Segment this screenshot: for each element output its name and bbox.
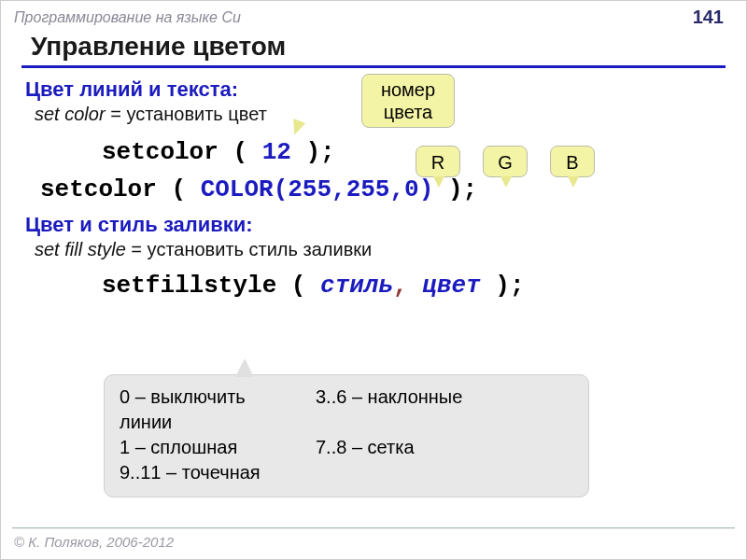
title-underline <box>21 65 726 68</box>
setfillstyle-english: set fill style <box>35 239 126 259</box>
setfillstyle-translation: = установить стиль заливки <box>126 239 372 259</box>
header: Программирование на языке Си 141 <box>1 1 746 28</box>
callout-r: R <box>416 146 460 177</box>
rgb-callouts: R G B <box>416 146 595 177</box>
setcolor-translation: = установить цвет <box>106 104 267 124</box>
style-3-6: 3..6 – наклонные <box>316 385 462 410</box>
color-rgb-arg: COLOR(255,255,0) <box>201 175 434 203</box>
header-title: Программирование на языке Си <box>14 9 241 26</box>
section-fill-label: Цвет и стиль заливки: <box>25 213 724 237</box>
callout-b: B <box>550 146 595 177</box>
page-number: 141 <box>693 7 724 28</box>
callout-g: G <box>483 146 528 177</box>
style-0: 0 – выключить <box>120 385 316 410</box>
style-7-8: 7..8 – сетка <box>316 435 415 460</box>
setcolor-english: set color <box>35 104 106 124</box>
style-arg: стиль <box>320 272 393 300</box>
section-fill-explain: set fill style = установить стиль заливк… <box>35 239 724 260</box>
footer-rule <box>12 527 735 529</box>
code-setcolor-rgb: setcolor ( COLOR(255,255,0) ); <box>40 175 724 203</box>
copyright: © К. Поляков, 2006-2012 <box>14 534 174 550</box>
callout-color-number: номер цвета <box>361 74 455 128</box>
style-3-6-cont: линии <box>120 410 573 435</box>
style-1: 1 – сплошная <box>120 435 316 460</box>
style-9-11: 9..11 – точечная <box>120 460 573 485</box>
code-setfillstyle: setfillstyle ( стиль, цвет ); <box>102 272 724 300</box>
slide: Программирование на языке Си 141 Управле… <box>0 0 747 560</box>
fill-styles-legend: 0 – выключить 3..6 – наклонные линии 1 –… <box>104 374 589 497</box>
color-arg: цвет <box>422 272 480 300</box>
color-index-arg: 12 <box>262 138 291 166</box>
slide-title: Управление цветом <box>31 32 724 62</box>
code-setcolor-number: setcolor ( 12 ); <box>102 138 724 166</box>
